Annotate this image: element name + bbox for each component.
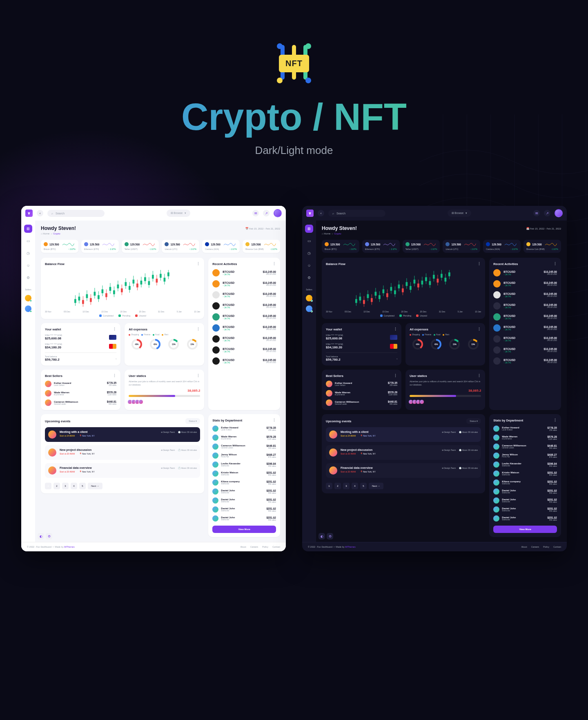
seller-avatar[interactable] (25, 305, 31, 312)
page-button[interactable]: 1 (45, 483, 51, 489)
dept-row[interactable]: Kristin WatsonStarbucks $351.02550 sales (212, 470, 276, 477)
dept-row[interactable]: Esther HowardLouis Vuitton $778.35159 sa… (493, 426, 557, 432)
activity-item[interactable]: BTC/USD↑ 34.7% $10,245.00140.00 USD (493, 324, 557, 332)
more-icon[interactable]: ⋮ (196, 374, 200, 378)
page-button[interactable]: 5 (360, 483, 367, 489)
activity-item[interactable]: BTC/USD↑ 34.7% $10,245.00140.00 USD (493, 313, 557, 321)
seller-row[interactable]: Esther HowardLouis Vuitton $778.35159 sa… (45, 381, 116, 387)
dept-row[interactable]: Kilava companyStarbucks $351.02550 sales (493, 479, 557, 486)
notification-icon[interactable]: ✉ (533, 210, 540, 216)
ticker-card[interactable]: 129.500 Bitcoin (BTC)↑ 2.67% (41, 240, 78, 253)
ticker-card[interactable]: 129.500 Binance Coin (BNB)↑ 2.67% (243, 240, 280, 253)
dept-row[interactable]: Cameron WilliamsonGeneral Leads $446.815… (212, 444, 276, 450)
activity-item[interactable]: BTC/USD↑ 34.7% $10,245.00140.00 USD (493, 302, 557, 310)
share-icon[interactable]: ↗ (263, 210, 270, 216)
ticker-card[interactable]: 129.500 Tether (USDT)↑ 2.67% (122, 240, 159, 253)
author-link[interactable]: AllThemes (64, 546, 75, 548)
dept-row[interactable]: Kristin WatsonStarbucks $351.02550 sales (493, 470, 557, 477)
dept-row[interactable]: Daniel JohnStarbucks $351.02550 sales (493, 488, 557, 495)
activity-item[interactable]: BTC/USD↑ 34.7% $10,245.00140.00 USD (212, 291, 276, 299)
seller-row[interactable]: Esther HowardLouis Vuitton $778.35159 sa… (326, 381, 397, 387)
sidebar-settings-icon[interactable]: ⚙ (24, 274, 32, 282)
seller-avatar[interactable] (306, 295, 312, 301)
dept-row[interactable]: Wade WarreneCommerce $576.281120 sales (212, 435, 276, 441)
more-icon[interactable]: ⋮ (196, 327, 200, 331)
author-link[interactable]: AllThemes (345, 546, 356, 548)
dept-row[interactable]: Leslie AlexanderStarbucks $396.84342 sal… (493, 461, 557, 468)
date-range[interactable]: 📅 Feb 15, 2022 - Feb 21, 2022 (526, 227, 561, 230)
view-more-button[interactable]: View More (212, 526, 276, 533)
more-icon[interactable]: ⋮ (477, 327, 481, 331)
user-avatar[interactable] (555, 209, 563, 217)
sidebar-dashboard-icon[interactable]: ⊞ (24, 225, 32, 233)
dept-row[interactable]: Daniel JohnStarbucks $351.02550 sales (493, 515, 557, 522)
seller-row[interactable]: Wade WarreneCommerce $576.281120 sales (45, 390, 116, 397)
more-icon[interactable]: ⋮ (477, 374, 481, 378)
dept-row[interactable]: Daniel JohnStarbucks $351.02550 sales (493, 497, 557, 504)
activity-item[interactable]: BTC/USD↑ 34.7% $10,245.00140.00 USD (212, 357, 276, 365)
activity-item[interactable]: BTC/USD↑ 34.7% $10,245.00140.00 USD (493, 280, 557, 288)
more-icon[interactable]: ⋮ (477, 262, 481, 266)
more-icon[interactable]: ⋮ (196, 262, 200, 266)
settings-fab[interactable]: ⚙ (46, 533, 52, 539)
footer-link[interactable]: Careers (250, 546, 258, 548)
ticker-card[interactable]: 129.500 Binance Coin (BNB)↑ 2.67% (523, 240, 561, 253)
dept-row[interactable]: Jenny WilsonPizza Hut $406.27879 sales (212, 453, 276, 459)
sidebar-users-icon[interactable]: ☺ (305, 261, 313, 270)
ticker-card[interactable]: 129.500 Bitcoin (BTC)↑ 2.67% (322, 240, 359, 253)
view-more-button[interactable]: View More (493, 526, 557, 533)
share-icon[interactable]: ↗ (544, 210, 550, 216)
sidebar-dashboard-icon[interactable]: ⊞ (305, 225, 313, 233)
event-item[interactable]: Meeting with a client ⊕ Design Team🕐 Abo… (45, 427, 200, 442)
status-filter[interactable]: Status ▾ (185, 418, 200, 424)
activity-item[interactable]: BTC/USD↑ 34.7% $10,245.00140.00 USD (212, 335, 276, 343)
event-item[interactable]: New project discussion ⊕ Design Team🕐 Ab… (326, 445, 481, 460)
sidebar-wallet-icon[interactable]: ▭ (305, 237, 313, 245)
more-icon[interactable]: ⋮ (272, 418, 276, 422)
dept-row[interactable]: Kilava companyStarbucks $351.02550 sales (212, 479, 276, 486)
dept-row[interactable]: Daniel JohnStarbucks $351.02550 sales (212, 488, 276, 495)
activity-item[interactable]: BTC/USD↑ 34.7% $10,245.00140.00 USD (212, 280, 276, 288)
event-item[interactable]: Financial data overview ⊕ Design Team🕐 A… (45, 463, 200, 478)
page-button[interactable]: 2 (334, 483, 341, 489)
search-input[interactable]: ⌕Search (47, 210, 105, 217)
next-page-button[interactable]: Next → (369, 483, 383, 489)
status-filter[interactable]: Status ▾ (466, 418, 481, 424)
sidebar-chart-icon[interactable]: ◷ (305, 249, 313, 257)
expand-icon[interactable]: › (116, 357, 116, 360)
browse-dropdown[interactable]: ⊞ Browse ▾ (167, 210, 191, 217)
dept-row[interactable]: Cameron WilliamsonGeneral Leads $446.815… (493, 444, 557, 450)
activity-item[interactable]: BTC/USD↑ 34.7% $10,245.00140.00 USD (493, 291, 557, 299)
page-button[interactable]: 2 (53, 483, 60, 489)
ticker-card[interactable]: 129.500 Ethereum (ETH)↑ 2.67% (81, 240, 119, 253)
ticker-card[interactable]: 129.500 Cardano (ADA)↑ 2.67% (483, 240, 521, 253)
more-icon[interactable]: ⋮ (113, 327, 116, 331)
activity-item[interactable]: BTC/USD↑ 34.7% $10,245.00140.00 USD (212, 346, 276, 354)
page-button[interactable]: 3 (343, 483, 350, 489)
footer-link[interactable]: Contact (553, 546, 561, 548)
more-icon[interactable]: ⋮ (272, 262, 276, 266)
dept-row[interactable]: Jenny WilsonPizza Hut $406.27879 sales (493, 453, 557, 459)
search-input[interactable]: ⌕Search (328, 210, 385, 217)
activity-item[interactable]: BTC/USD↑ 34.7% $10,245.00140.00 USD (212, 269, 276, 276)
sidebar-chart-icon[interactable]: ◷ (24, 249, 32, 257)
more-icon[interactable]: ⋮ (553, 418, 557, 422)
browse-dropdown[interactable]: ⊞ Browse ▾ (448, 210, 472, 217)
dept-row[interactable]: Esther HowardLouis Vuitton $778.35159 sa… (212, 426, 276, 432)
dept-row[interactable]: Daniel JohnStarbucks $351.02550 sales (212, 515, 276, 522)
dept-row[interactable]: Leslie AlexanderStarbucks $396.84342 sal… (212, 461, 276, 468)
ticker-card[interactable]: 129.500 Litecoin (LTC)↑ 2.67% (443, 240, 480, 253)
footer-link[interactable]: About (521, 546, 527, 548)
page-button[interactable]: 5 (79, 483, 86, 489)
activity-item[interactable]: BTC/USD↑ 34.7% $10,245.00140.00 USD (212, 313, 276, 321)
page-button[interactable]: 1 (326, 483, 332, 489)
notification-icon[interactable]: ✉ (252, 210, 259, 216)
footer-link[interactable]: Policy (262, 546, 268, 548)
logo[interactable]: ▼ (25, 210, 33, 217)
dept-row[interactable]: Daniel JohnStarbucks $351.02550 sales (212, 497, 276, 504)
theme-toggle[interactable]: ◐ (38, 533, 44, 539)
more-icon[interactable]: ⋮ (394, 374, 397, 378)
dept-row[interactable]: Daniel JohnStarbucks $351.02550 sales (493, 506, 557, 513)
more-icon[interactable]: ⋮ (394, 327, 397, 331)
footer-link[interactable]: About (240, 546, 246, 548)
